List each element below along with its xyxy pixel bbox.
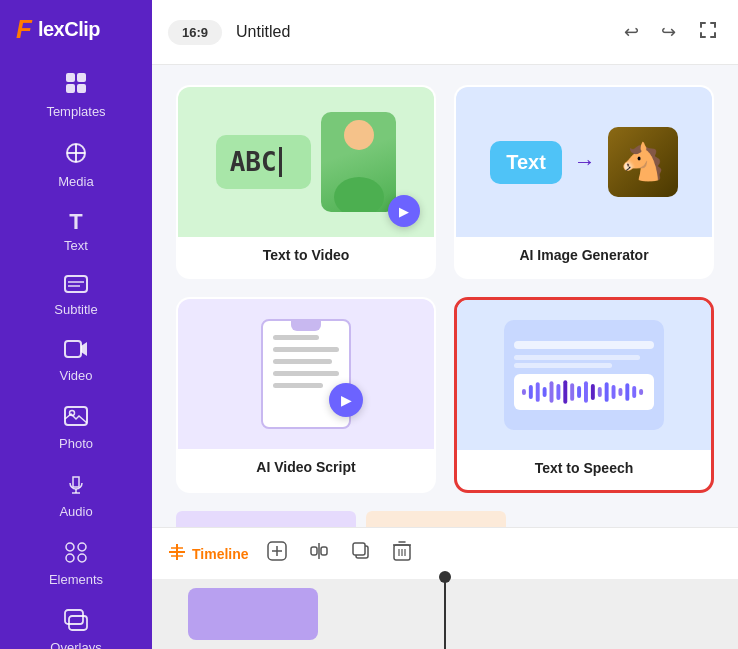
play-button-script: ▶ — [329, 383, 363, 417]
sidebar-item-photo-label: Photo — [59, 436, 93, 451]
tts-waveform — [514, 374, 654, 410]
card-tts-label: Text to Speech — [457, 450, 711, 490]
cards-grid: ABC ▶ Text to Video Text → 🐴 AI Image Ge… — [176, 85, 714, 493]
redo-button[interactable]: ↪ — [657, 17, 680, 47]
bottom-strip — [152, 579, 738, 649]
svg-rect-25 — [536, 382, 540, 402]
elements-icon — [64, 541, 88, 567]
sidebar-item-text-label: Text — [64, 238, 88, 253]
sidebar-item-templates-label: Templates — [46, 104, 105, 119]
svg-rect-33 — [591, 384, 595, 400]
svg-rect-39 — [632, 386, 636, 398]
sidebar-item-text[interactable]: T Text — [0, 199, 152, 263]
timeline-add-button[interactable] — [263, 537, 291, 570]
person-image — [321, 112, 396, 212]
timeline-text: Timeline — [192, 546, 249, 562]
sidebar-item-audio[interactable]: Audio — [0, 461, 152, 529]
svg-point-17 — [66, 554, 74, 562]
strip-card-1 — [188, 588, 318, 640]
sidebar-item-elements-label: Elements — [49, 572, 103, 587]
logo: F lexClip — [0, 0, 152, 59]
sidebar: F lexClip Templates Media T Text — [0, 0, 152, 649]
undo-button[interactable]: ↩ — [620, 17, 643, 47]
video-icon — [64, 339, 88, 363]
text-bubble: Text — [490, 141, 562, 184]
card-ai-video-script-label: AI Video Script — [178, 449, 434, 489]
svg-rect-19 — [65, 610, 83, 624]
svg-rect-49 — [311, 547, 317, 555]
svg-rect-38 — [625, 383, 629, 401]
card-text-to-speech[interactable]: Text to Speech — [454, 297, 714, 493]
svg-rect-32 — [584, 381, 588, 403]
cards-grid-area: ABC ▶ Text to Video Text → 🐴 AI Image Ge… — [152, 65, 738, 527]
svg-rect-3 — [77, 84, 86, 93]
svg-rect-37 — [618, 388, 622, 396]
text-icon: T — [69, 211, 82, 233]
timeline-split-button[interactable] — [305, 537, 333, 570]
card-text-to-video[interactable]: ABC ▶ Text to Video — [176, 85, 436, 279]
timeline-duplicate-button[interactable] — [347, 537, 375, 570]
svg-rect-23 — [522, 389, 526, 395]
sidebar-item-templates[interactable]: Templates — [0, 59, 152, 129]
fullscreen-button[interactable] — [694, 16, 722, 49]
header: 16:9 Untitled ↩ ↪ — [152, 0, 738, 65]
tts-browser-lines — [514, 355, 654, 368]
arrow-icon: → — [574, 149, 596, 175]
audio-icon — [65, 473, 87, 499]
templates-icon — [64, 71, 88, 99]
card-ai-video-script[interactable]: ▶ AI Video Script — [176, 297, 436, 493]
svg-rect-27 — [550, 381, 554, 403]
svg-rect-26 — [543, 387, 547, 397]
svg-rect-34 — [598, 387, 602, 397]
svg-rect-2 — [66, 84, 75, 93]
aspect-ratio-button[interactable]: 16:9 — [168, 20, 222, 45]
sidebar-item-overlays[interactable]: Overlays — [0, 597, 152, 649]
timeline-icon — [168, 543, 186, 564]
svg-rect-7 — [65, 276, 87, 292]
svg-rect-30 — [570, 383, 574, 401]
subtitle-icon — [64, 275, 88, 297]
svg-rect-50 — [321, 547, 327, 555]
card-text-to-video-label: Text to Video — [178, 237, 434, 277]
svg-rect-29 — [563, 380, 567, 404]
svg-rect-28 — [556, 384, 560, 400]
sidebar-item-subtitle[interactable]: Subtitle — [0, 263, 152, 327]
svg-rect-31 — [577, 386, 581, 398]
svg-rect-10 — [65, 341, 81, 357]
card-ai-image-thumb: Text → 🐴 — [456, 87, 712, 237]
svg-rect-20 — [69, 616, 87, 630]
svg-rect-36 — [612, 385, 616, 399]
tts-browser-bar — [514, 341, 654, 349]
play-button-overlay: ▶ — [388, 195, 420, 227]
sidebar-item-media[interactable]: Media — [0, 129, 152, 199]
svg-rect-24 — [529, 385, 533, 399]
project-title: Untitled — [236, 23, 606, 41]
main-content: 16:9 Untitled ↩ ↪ ABC ▶ Text to Video — [152, 0, 738, 649]
sidebar-item-subtitle-label: Subtitle — [54, 302, 97, 317]
partial-cards — [168, 588, 318, 640]
sidebar-item-video-label: Video — [59, 368, 92, 383]
card-tts-thumb — [457, 300, 711, 450]
svg-rect-0 — [66, 73, 75, 82]
svg-rect-40 — [639, 389, 643, 395]
card-ai-image-generator[interactable]: Text → 🐴 AI Image Generator — [454, 85, 714, 279]
timeline-delete-button[interactable] — [389, 537, 415, 570]
sidebar-item-overlays-label: Overlays — [50, 640, 101, 649]
sidebar-item-video[interactable]: Video — [0, 327, 152, 393]
card-ai-video-script-thumb: ▶ — [178, 299, 434, 449]
media-icon — [64, 141, 88, 169]
svg-point-16 — [78, 543, 86, 551]
card-text-to-video-thumb: ABC ▶ — [178, 87, 434, 237]
sidebar-item-photo[interactable]: Photo — [0, 393, 152, 461]
horse-image: 🐴 — [608, 127, 678, 197]
svg-rect-1 — [77, 73, 86, 82]
logo-text: lexClip — [38, 18, 100, 41]
sidebar-item-media-label: Media — [58, 174, 93, 189]
overlays-icon — [64, 609, 88, 635]
svg-point-15 — [66, 543, 74, 551]
sidebar-item-audio-label: Audio — [59, 504, 92, 519]
svg-rect-52 — [353, 543, 365, 555]
svg-point-18 — [78, 554, 86, 562]
svg-rect-35 — [605, 382, 609, 402]
sidebar-item-elements[interactable]: Elements — [0, 529, 152, 597]
